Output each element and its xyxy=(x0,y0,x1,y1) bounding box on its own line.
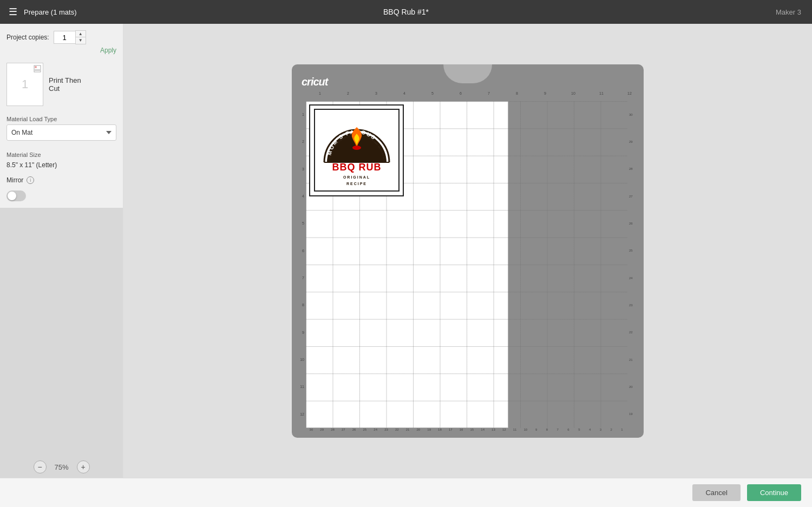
mirror-toggle[interactable] xyxy=(6,190,26,201)
cricut-logo: cricut xyxy=(302,76,328,88)
copies-decrement-btn[interactable]: ▼ xyxy=(76,37,86,44)
mat-item: 1 Print Then Cut xyxy=(0,58,123,110)
bbq-rub-design: MOM'S FAMOUS BBQ RUB xyxy=(313,108,400,192)
material-load-type-dropdown[interactable]: On Mat Roll Feed xyxy=(6,124,116,141)
zoom-bar: − 75% + xyxy=(0,456,123,478)
top-ruler-row: 1 2 3 4 5 6 7 8 9 10 11 12 xyxy=(292,91,644,101)
mat-label-line2: Cut xyxy=(49,84,81,93)
canvas-area: cricut 1 2 3 4 5 6 7 8 9 10 11 12 xyxy=(123,24,812,478)
design-on-mat[interactable]: MOM'S FAMOUS BBQ RUB xyxy=(309,104,404,196)
material-load-type-dropdown-row: On Mat Roll Feed xyxy=(0,124,123,146)
main-layout: Project copies: ▲ ▼ Apply 1 xyxy=(0,24,812,478)
material-size-label: Material Size xyxy=(0,146,123,160)
svg-text:ORIGINAL: ORIGINAL xyxy=(343,175,370,179)
copies-input[interactable] xyxy=(54,31,75,44)
svg-text:BBQ RUB: BBQ RUB xyxy=(332,162,381,173)
apply-row: Apply xyxy=(0,44,123,58)
left-panel: Project copies: ▲ ▼ Apply 1 xyxy=(0,24,123,478)
ruler-top-1: 1 xyxy=(306,91,334,101)
bottom-ruler-row: 30 29 28 27 26 25 24 23 22 21 20 19 18 1… xyxy=(292,428,644,438)
project-copies-label: Project copies: xyxy=(6,34,49,41)
copies-input-wrapper: ▲ ▼ xyxy=(54,30,86,44)
apply-button[interactable]: Apply xyxy=(100,47,116,54)
mirror-label: Mirror xyxy=(6,176,23,184)
continue-button[interactable]: Continue xyxy=(747,484,801,501)
topbar-center-title: BBQ Rub #1* xyxy=(383,8,429,16)
toggle-row xyxy=(0,190,123,208)
mat-grid-area: MOM'S FAMOUS BBQ RUB xyxy=(306,101,627,428)
svg-point-1 xyxy=(35,66,37,68)
zoom-value: 75% xyxy=(51,463,73,471)
mirror-info-icon[interactable]: i xyxy=(27,176,34,184)
mat-label-line1: Print Then xyxy=(49,76,81,84)
zoom-out-button[interactable]: − xyxy=(34,460,47,473)
material-load-type-label: Material Load Type xyxy=(0,110,123,124)
left-panel-spacer xyxy=(0,208,123,456)
mat-notch xyxy=(443,64,492,83)
svg-text:RECIPE: RECIPE xyxy=(346,182,366,186)
left-ruler: 1 2 3 4 5 6 7 8 9 10 11 12 xyxy=(292,101,306,428)
bottom-ruler-numbers: 30 29 28 27 26 25 24 23 22 21 20 19 18 1… xyxy=(306,428,627,438)
svg-rect-2 xyxy=(35,69,40,71)
bottom-bar: Cancel Continue xyxy=(0,478,812,507)
top-ruler-numbers: 1 2 3 4 5 6 7 8 9 10 11 12 xyxy=(306,91,644,101)
menu-icon[interactable]: ☰ xyxy=(9,6,17,18)
copies-increment-btn[interactable]: ▲ xyxy=(76,31,86,37)
mat-thumb-icon xyxy=(34,65,41,75)
mirror-row: Mirror i xyxy=(0,174,123,190)
copies-spinners: ▲ ▼ xyxy=(75,30,86,44)
right-ruler: 30 29 28 27 26 25 24 23 22 21 20 19 xyxy=(627,101,644,428)
topbar-right-label: Maker 3 xyxy=(776,8,801,16)
mat-thumb-number: 1 xyxy=(22,77,28,91)
mat-label: Print Then Cut xyxy=(49,76,81,93)
svg-point-4 xyxy=(352,146,361,150)
topbar-title: Prepare (1 mats) xyxy=(24,8,77,16)
mat-top-bar: cricut xyxy=(292,64,644,91)
mat-body: 1 2 3 4 5 6 7 8 9 10 11 12 xyxy=(292,101,644,428)
project-copies-row: Project copies: ▲ ▼ xyxy=(0,24,123,44)
mat-thumbnail: 1 xyxy=(6,63,43,106)
mat-container: cricut 1 2 3 4 5 6 7 8 9 10 11 12 xyxy=(292,64,644,438)
cancel-button[interactable]: Cancel xyxy=(692,484,740,501)
zoom-in-button[interactable]: + xyxy=(77,460,90,473)
topbar: ☰ Prepare (1 mats) BBQ Rub #1* Maker 3 xyxy=(0,0,812,24)
toggle-knob xyxy=(8,192,16,200)
material-size-value: 8.5" x 11" (Letter) xyxy=(0,160,123,174)
